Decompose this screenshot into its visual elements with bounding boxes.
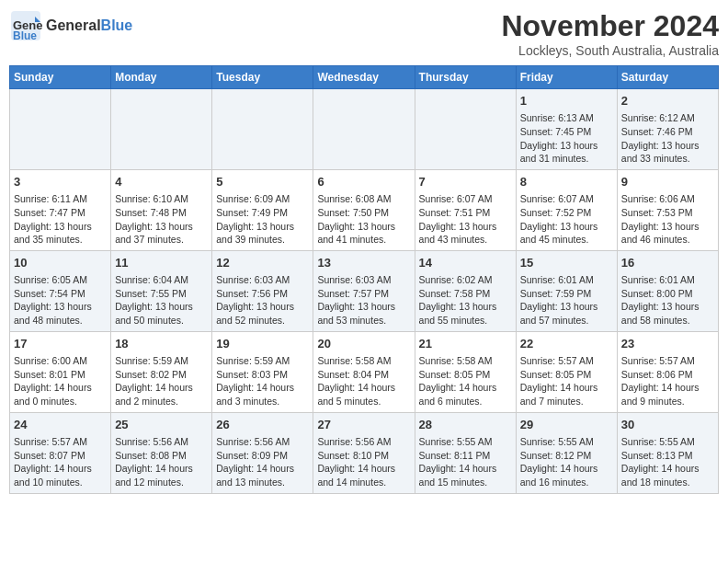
day-info: Daylight: 13 hours and 45 minutes.: [520, 220, 613, 247]
day-info: Daylight: 14 hours and 0 minutes.: [14, 381, 107, 408]
day-info: Sunset: 8:00 PM: [621, 287, 714, 301]
empty-cell: [10, 89, 111, 170]
day-number: 17: [14, 336, 107, 352]
week-row-4: 17Sunrise: 6:00 AMSunset: 8:01 PMDayligh…: [10, 331, 719, 412]
day-number: 3: [14, 174, 107, 190]
day-info: Sunset: 7:47 PM: [14, 206, 107, 220]
day-info: Sunset: 7:51 PM: [419, 206, 512, 220]
day-info: Sunset: 8:08 PM: [115, 449, 208, 463]
day-info: Daylight: 13 hours and 39 minutes.: [216, 220, 309, 247]
day-info: Sunrise: 6:13 AM: [520, 111, 613, 125]
day-info: Daylight: 13 hours and 50 minutes.: [115, 300, 208, 327]
day-cell-14: 14Sunrise: 6:02 AMSunset: 7:58 PMDayligh…: [415, 250, 516, 331]
day-cell-12: 12Sunrise: 6:03 AMSunset: 7:56 PMDayligh…: [212, 250, 313, 331]
week-row-2: 3Sunrise: 6:11 AMSunset: 7:47 PMDaylight…: [10, 169, 719, 250]
day-info: Daylight: 13 hours and 35 minutes.: [14, 220, 107, 247]
day-cell-22: 22Sunrise: 5:57 AMSunset: 8:05 PMDayligh…: [516, 331, 617, 412]
day-info: Sunset: 8:13 PM: [621, 449, 714, 463]
day-info: Sunrise: 5:55 AM: [621, 435, 714, 449]
day-info: Sunrise: 6:12 AM: [621, 111, 714, 125]
day-number: 10: [14, 255, 107, 271]
day-number: 28: [419, 417, 512, 433]
day-cell-25: 25Sunrise: 5:56 AMSunset: 8:08 PMDayligh…: [111, 412, 212, 493]
day-of-week-thursday: Thursday: [415, 66, 516, 89]
svg-text:Blue: Blue: [13, 29, 37, 42]
day-info: Sunset: 8:11 PM: [419, 449, 512, 463]
day-cell-16: 16Sunrise: 6:01 AMSunset: 8:00 PMDayligh…: [617, 250, 718, 331]
logo-blue: Blue: [101, 17, 133, 33]
day-cell-9: 9Sunrise: 6:06 AMSunset: 7:53 PMDaylight…: [617, 169, 718, 250]
day-cell-13: 13Sunrise: 6:03 AMSunset: 7:57 PMDayligh…: [313, 250, 415, 331]
day-cell-29: 29Sunrise: 5:55 AMSunset: 8:12 PMDayligh…: [516, 412, 617, 493]
day-info: Sunrise: 6:07 AM: [419, 192, 512, 206]
day-info: Daylight: 13 hours and 46 minutes.: [621, 220, 714, 247]
day-cell-26: 26Sunrise: 5:56 AMSunset: 8:09 PMDayligh…: [212, 412, 313, 493]
day-info: Sunrise: 5:57 AM: [520, 354, 613, 368]
day-of-week-wednesday: Wednesday: [313, 66, 415, 89]
day-number: 26: [216, 417, 309, 433]
day-cell-3: 3Sunrise: 6:11 AMSunset: 7:47 PMDaylight…: [10, 169, 111, 250]
day-info: Sunset: 7:53 PM: [621, 206, 714, 220]
day-info: Sunset: 8:02 PM: [115, 368, 208, 382]
day-info: Sunrise: 5:55 AM: [419, 435, 512, 449]
day-cell-2: 2Sunrise: 6:12 AMSunset: 7:46 PMDaylight…: [617, 89, 718, 170]
empty-cell: [111, 89, 212, 170]
calendar-table: SundayMondayTuesdayWednesdayThursdayFrid…: [9, 65, 719, 494]
day-number: 2: [621, 93, 714, 109]
day-info: Sunrise: 6:02 AM: [419, 273, 512, 287]
day-info: Sunrise: 5:59 AM: [216, 354, 309, 368]
day-number: 23: [621, 336, 714, 352]
day-of-week-sunday: Sunday: [10, 66, 111, 89]
day-info: Sunrise: 6:09 AM: [216, 192, 309, 206]
day-number: 11: [115, 255, 208, 271]
day-cell-20: 20Sunrise: 5:58 AMSunset: 8:04 PMDayligh…: [313, 331, 415, 412]
logo-icon: General Blue: [9, 9, 42, 42]
day-info: Sunset: 8:10 PM: [317, 449, 410, 463]
day-cell-23: 23Sunrise: 5:57 AMSunset: 8:06 PMDayligh…: [617, 331, 718, 412]
day-info: Sunrise: 6:03 AM: [317, 273, 410, 287]
day-number: 18: [115, 336, 208, 352]
page-header: General Blue GeneralBlue November 2024 L…: [9, 9, 719, 58]
day-number: 25: [115, 417, 208, 433]
day-number: 5: [216, 174, 309, 190]
day-of-week-monday: Monday: [111, 66, 212, 89]
day-info: Sunset: 8:04 PM: [317, 368, 410, 382]
day-number: 15: [520, 255, 613, 271]
week-row-3: 10Sunrise: 6:05 AMSunset: 7:54 PMDayligh…: [10, 250, 719, 331]
calendar-header-row: SundayMondayTuesdayWednesdayThursdayFrid…: [10, 66, 719, 89]
day-number: 19: [216, 336, 309, 352]
empty-cell: [212, 89, 313, 170]
day-number: 24: [14, 417, 107, 433]
day-cell-10: 10Sunrise: 6:05 AMSunset: 7:54 PMDayligh…: [10, 250, 111, 331]
empty-cell: [415, 89, 516, 170]
day-info: Sunset: 7:56 PM: [216, 287, 309, 301]
day-info: Sunset: 7:54 PM: [14, 287, 107, 301]
day-number: 7: [419, 174, 512, 190]
day-info: Sunrise: 5:58 AM: [419, 354, 512, 368]
day-info: Daylight: 14 hours and 10 minutes.: [14, 462, 107, 488]
day-info: Daylight: 14 hours and 16 minutes.: [520, 462, 613, 488]
day-info: Sunrise: 5:59 AM: [115, 354, 208, 368]
day-info: Sunrise: 6:04 AM: [115, 273, 208, 287]
day-info: Sunset: 8:05 PM: [520, 368, 613, 382]
day-info: Sunrise: 6:01 AM: [520, 273, 613, 287]
day-info: Sunset: 7:49 PM: [216, 206, 309, 220]
day-info: Sunset: 8:09 PM: [216, 449, 309, 463]
day-info: Sunset: 7:46 PM: [621, 125, 714, 139]
day-info: Daylight: 13 hours and 31 minutes.: [520, 139, 613, 166]
day-info: Daylight: 13 hours and 52 minutes.: [216, 300, 309, 327]
day-info: Sunset: 7:58 PM: [419, 287, 512, 301]
day-number: 27: [317, 417, 410, 433]
day-info: Daylight: 14 hours and 5 minutes.: [317, 381, 410, 408]
day-info: Sunset: 7:52 PM: [520, 206, 613, 220]
day-cell-5: 5Sunrise: 6:09 AMSunset: 7:49 PMDaylight…: [212, 169, 313, 250]
day-info: Daylight: 14 hours and 15 minutes.: [419, 462, 512, 488]
day-number: 30: [621, 417, 714, 433]
day-info: Sunset: 8:05 PM: [419, 368, 512, 382]
day-number: 6: [317, 174, 410, 190]
day-info: Sunrise: 6:06 AM: [621, 192, 714, 206]
day-info: Daylight: 14 hours and 3 minutes.: [216, 381, 309, 408]
day-number: 9: [621, 174, 714, 190]
day-info: Sunrise: 5:55 AM: [520, 435, 613, 449]
day-cell-24: 24Sunrise: 5:57 AMSunset: 8:07 PMDayligh…: [10, 412, 111, 493]
